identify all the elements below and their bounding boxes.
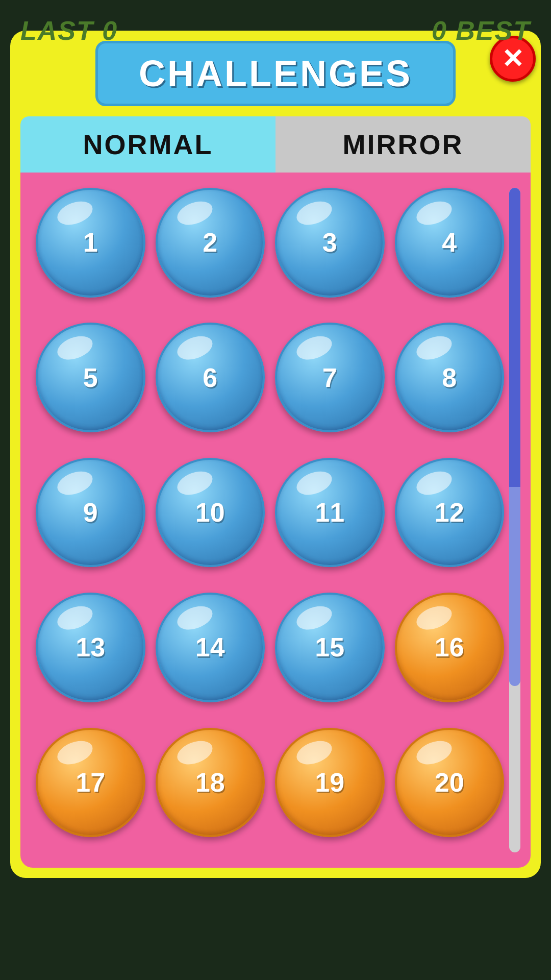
challenge-bubble-10[interactable]: 10 xyxy=(156,458,265,568)
scrollbar-thumb-top xyxy=(509,188,520,487)
challenge-bubble-16[interactable]: 16 xyxy=(395,593,505,702)
tab-normal[interactable]: NORMAL xyxy=(20,116,276,173)
challenge-bubble-12[interactable]: 12 xyxy=(395,458,505,568)
bubble-number-9: 9 xyxy=(83,497,98,528)
tab-mirror-label: MIRROR xyxy=(343,129,464,160)
challenge-bubble-17[interactable]: 17 xyxy=(36,728,145,838)
scrollbar-thumb-bottom xyxy=(509,487,520,687)
tab-bar: NORMAL MIRROR xyxy=(20,116,531,173)
challenge-bubble-2[interactable]: 2 xyxy=(156,188,265,298)
challenge-bubble-5[interactable]: 5 xyxy=(36,323,145,432)
bubble-number-14: 14 xyxy=(195,632,225,663)
challenge-bubble-15[interactable]: 15 xyxy=(275,593,385,702)
bubble-number-11: 11 xyxy=(315,497,344,528)
challenge-grid: 1234567891011121314151617181920 xyxy=(36,188,504,852)
challenge-bubble-14[interactable]: 14 xyxy=(156,593,265,702)
bubble-number-20: 20 xyxy=(435,767,464,798)
bubble-number-1: 1 xyxy=(83,227,98,258)
bubble-number-10: 10 xyxy=(195,497,225,528)
bubble-number-2: 2 xyxy=(203,227,217,258)
bubble-number-16: 16 xyxy=(435,632,464,663)
challenge-bubble-19[interactable]: 19 xyxy=(275,728,385,838)
challenge-bubble-11[interactable]: 11 xyxy=(275,458,385,568)
bubble-number-8: 8 xyxy=(442,362,457,393)
tab-normal-label: NORMAL xyxy=(83,129,213,160)
bubble-number-18: 18 xyxy=(195,767,225,798)
challenge-bubble-7[interactable]: 7 xyxy=(275,323,385,432)
last-score: LAST 0 xyxy=(20,15,118,46)
grid-container: 1234567891011121314151617181920 xyxy=(20,173,531,868)
bubble-number-4: 4 xyxy=(442,227,457,258)
challenge-bubble-6[interactable]: 6 xyxy=(156,323,265,432)
hud: LAST 0 0 BEST xyxy=(0,0,551,61)
challenge-bubble-8[interactable]: 8 xyxy=(395,323,505,432)
scrollbar[interactable] xyxy=(509,188,520,852)
tab-mirror[interactable]: MIRROR xyxy=(276,116,531,173)
challenge-bubble-18[interactable]: 18 xyxy=(156,728,265,838)
best-score: 0 BEST xyxy=(432,15,531,46)
bubble-number-19: 19 xyxy=(315,767,344,798)
challenge-bubble-1[interactable]: 1 xyxy=(36,188,145,298)
scrollbar-track[interactable] xyxy=(509,188,520,852)
bubble-number-3: 3 xyxy=(322,227,337,258)
bubble-number-13: 13 xyxy=(76,632,105,663)
challenge-bubble-9[interactable]: 9 xyxy=(36,458,145,568)
challenge-bubble-20[interactable]: 20 xyxy=(395,728,505,838)
bubble-number-12: 12 xyxy=(435,497,464,528)
bubble-number-5: 5 xyxy=(83,362,98,393)
bubble-number-15: 15 xyxy=(315,632,344,663)
challenge-bubble-4[interactable]: 4 xyxy=(395,188,505,298)
challenge-bubble-3[interactable]: 3 xyxy=(275,188,385,298)
bubble-number-7: 7 xyxy=(322,362,337,393)
challenges-modal: CHALLENGES ✕ NORMAL MIRROR 1234567891011… xyxy=(10,31,541,878)
bubble-number-6: 6 xyxy=(203,362,217,393)
challenge-bubble-13[interactable]: 13 xyxy=(36,593,145,702)
bubble-number-17: 17 xyxy=(76,767,105,798)
